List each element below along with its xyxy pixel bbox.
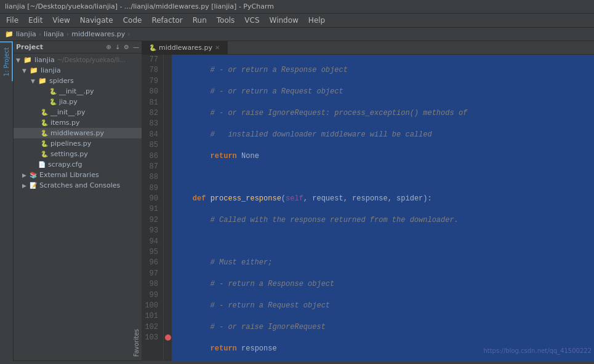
line-numbers: 77 78 79 80 81 82 83 84 85 86 87 88 89 9… <box>142 55 164 361</box>
py-file-icon: 🐍 <box>49 98 57 105</box>
vtab-project[interactable]: 1: Project <box>0 41 13 81</box>
code-line-87: # - return a Response object <box>175 279 592 290</box>
editor-tab-middlewares[interactable]: 🐍 middlewares.py ✕ <box>142 41 228 54</box>
tree-root-path: ~/Desktop/yuekao/li... <box>57 57 126 63</box>
line-num-79: 79 <box>144 76 158 87</box>
code-editor[interactable]: # - or return a Response object # - or r… <box>172 55 594 361</box>
py-file-icon: 🐍 <box>41 151 48 157</box>
tree-root-label: lianjia <box>34 56 55 64</box>
line-num-102: 102 <box>144 322 158 333</box>
add-icon[interactable]: ⊕ <box>106 44 111 50</box>
line-num-86: 86 <box>144 151 158 162</box>
editor-tabs: 🐍 middlewares.py ✕ <box>142 41 594 55</box>
title-bar: lianjia [~/Desktop/yuekao/lianjia] - ...… <box>0 0 594 14</box>
code-line-81: return None <box>175 151 592 162</box>
code-line-84: # Called with the response returned from… <box>175 215 592 226</box>
tab-close-btn[interactable]: ✕ <box>215 44 220 51</box>
tree-scrapy-cfg[interactable]: 📄 scrapy.cfg <box>14 159 142 170</box>
folder-icon: 📁 <box>23 56 32 64</box>
tree-lianjia-label: lianjia <box>41 66 61 74</box>
line-num-98: 98 <box>144 279 158 290</box>
tree-spiders[interactable]: ▼ 📁 spiders <box>14 76 142 86</box>
folder-icon: 📁 <box>38 77 47 85</box>
breadcrumb-sep2: › <box>66 30 69 38</box>
tree-settings[interactable]: 🐍 settings.py <box>14 149 142 159</box>
line-num-83: 83 <box>144 119 158 129</box>
breadcrumb-folder[interactable]: lianjia <box>44 30 64 38</box>
code-line-78: # - or return a Request object <box>175 87 592 97</box>
project-tree-panel: Project ⊕ ↓ ⚙ — ▼ 📁 lianjia ~/Desktop/yu… <box>14 41 142 361</box>
tree-root[interactable]: ▼ 📁 lianjia ~/Desktop/yuekao/li... <box>14 55 142 65</box>
tree-pipelines[interactable]: 🐍 pipelines.py <box>14 138 142 149</box>
tree-jia-label: jia.py <box>59 98 78 106</box>
line-num-91: 91 <box>144 204 158 215</box>
close-panel-icon[interactable]: — <box>133 44 139 50</box>
menu-window[interactable]: Window <box>266 15 302 26</box>
expand-arrow: ▶ <box>22 183 28 189</box>
sync-icon[interactable]: ↓ <box>115 44 120 50</box>
line-num-85: 85 <box>144 140 158 151</box>
menu-view[interactable]: View <box>49 15 73 26</box>
code-line-80: # installed downloader middleware will b… <box>175 130 592 140</box>
tree-scratches[interactable]: ▶ 📝 Scratches and Consoles <box>14 180 142 191</box>
breadcrumb-root[interactable]: lianjia <box>16 30 36 38</box>
favorites-label: Favorites <box>133 329 140 357</box>
tree-spiders-label: spiders <box>49 77 74 85</box>
line-num-84: 84 <box>144 130 158 140</box>
tree-items[interactable]: 🐍 items.py <box>14 117 142 128</box>
menu-tools[interactable]: Tools <box>213 15 239 26</box>
line-num-97: 97 <box>144 269 158 279</box>
menu-vcs[interactable]: VCS <box>241 15 263 26</box>
code-line-82 <box>175 172 592 183</box>
menu-code[interactable]: Code <box>119 15 146 26</box>
tree-external-libs-label: External Libraries <box>39 171 99 179</box>
line-num-92: 92 <box>144 215 158 226</box>
tree-scratches-label: Scratches and Consoles <box>39 181 120 189</box>
tree-pipelines-label: pipelines.py <box>50 140 91 148</box>
menu-edit[interactable]: Edit <box>25 15 46 26</box>
line-num-101: 101 <box>144 311 158 322</box>
tree-spiders-init[interactable]: 🐍 __init__.py <box>14 86 142 97</box>
folder-icon: 📁 <box>30 66 38 74</box>
tree-lianjia-folder[interactable]: ▼ 📁 lianjia <box>14 65 142 76</box>
title-text: lianjia [~/Desktop/yuekao/lianjia] - ...… <box>5 2 274 10</box>
project-tree: ▼ 📁 lianjia ~/Desktop/yuekao/li... ▼ 📁 l… <box>14 53 142 325</box>
breadcrumb-arrow: › <box>127 31 130 38</box>
tree-spiders-init-label: __init__.py <box>59 87 94 95</box>
code-area[interactable]: 77 78 79 80 81 82 83 84 85 86 87 88 89 9… <box>142 55 594 361</box>
tree-scrapy-cfg-label: scrapy.cfg <box>48 160 82 168</box>
menu-file[interactable]: File <box>2 15 22 26</box>
menu-run[interactable]: Run <box>189 15 211 26</box>
tree-settings-label: settings.py <box>50 150 88 158</box>
menu-navigate[interactable]: Navigate <box>76 15 117 26</box>
line-num-103: 103 <box>144 333 158 343</box>
code-line-85 <box>175 237 592 247</box>
favorites-tab[interactable]: Favorites <box>14 325 142 361</box>
tree-jia[interactable]: 🐍 jia.py <box>14 97 142 107</box>
line-num-99: 99 <box>144 290 158 301</box>
line-num-88: 88 <box>144 172 158 183</box>
menu-refactor[interactable]: Refactor <box>148 15 186 26</box>
line-num-96: 96 <box>144 258 158 268</box>
tree-lianjia-init[interactable]: 🐍 __init__.py <box>14 107 142 117</box>
tree-middlewares[interactable]: 🐍 middlewares.py <box>14 128 142 138</box>
main-layout: 1: Project Project ⊕ ↓ ⚙ — ▼ 📁 <box>0 41 594 361</box>
line-num-95: 95 <box>144 247 158 258</box>
py-file-icon: 🐍 <box>41 119 48 126</box>
tab-py-icon: 🐍 <box>149 44 156 51</box>
scratches-icon: 📝 <box>30 182 37 189</box>
line-num-77: 77 <box>144 55 158 65</box>
breadcrumb-icon: 📁 <box>5 30 14 38</box>
tree-external-libs[interactable]: ▶ 📚 External Libraries <box>14 170 142 180</box>
external-lib-icon: 📚 <box>30 172 37 178</box>
line-num-78: 78 <box>144 65 158 76</box>
line-num-87: 87 <box>144 162 158 172</box>
breadcrumb-file[interactable]: middlewares.py <box>71 30 125 38</box>
line-num-93: 93 <box>144 226 158 236</box>
menu-help[interactable]: Help <box>305 15 329 26</box>
expand-arrow: ▶ <box>22 172 28 178</box>
settings-icon[interactable]: ⚙ <box>124 44 129 50</box>
tree-items-label: items.py <box>50 119 80 127</box>
breadcrumb-sep1: › <box>39 30 41 38</box>
code-line-83: def process_response(self, request, resp… <box>175 194 592 204</box>
